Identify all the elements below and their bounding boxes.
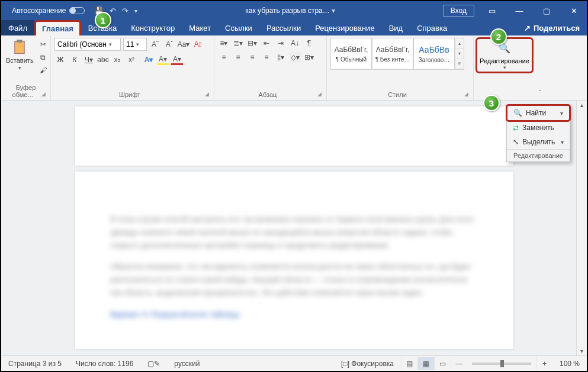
strike-icon[interactable]: abc — [97, 54, 109, 65]
maximize-icon[interactable]: ▢ — [534, 1, 560, 20]
scroll-up-icon[interactable]: ▴ — [579, 101, 584, 109]
view-print-icon[interactable]: ▦ — [417, 357, 434, 370]
group-clipboard: Вставить ▾ ✂ ⧉ 🖌 Буфер обме…◢ — [1, 35, 51, 100]
number-list-icon[interactable]: ≣▾ — [232, 38, 244, 48]
zoom-slider[interactable] — [472, 363, 531, 365]
toggle-icon[interactable] — [69, 7, 85, 14]
language-indicator[interactable]: русский — [167, 360, 207, 368]
indent-icon[interactable]: ⇥ — [275, 38, 287, 48]
page-indicator[interactable]: Страница 3 из 5 — [1, 360, 69, 368]
redo-icon[interactable]: ↷ — [122, 7, 128, 15]
borders-icon[interactable]: ⊞▾ — [303, 52, 315, 63]
title-bar: Автосохранение 💾 ↶ ↷ ▾ как убрать разрыв… — [1, 1, 587, 20]
clear-format-icon[interactable]: A⃠ — [192, 39, 204, 50]
font-family-select[interactable]: Calibri (Основн▾ — [54, 38, 121, 51]
svg-rect-0 — [15, 41, 24, 54]
format-painter-icon[interactable]: 🖌 — [37, 65, 49, 76]
outdent-icon[interactable]: ⇤ — [261, 38, 272, 48]
view-web-icon[interactable]: ▭ — [434, 357, 451, 370]
focus-mode[interactable]: [□] Фокусировка — [334, 360, 401, 368]
multilevel-list-icon[interactable]: ⊟▾ — [246, 38, 258, 48]
document-area: В этом случае способ настроить его так в… — [1, 101, 587, 355]
align-center-icon[interactable]: ≡ — [232, 52, 244, 63]
find-icon: 🔍 — [513, 109, 522, 117]
page-next[interactable]: В этом случае способ настроить его так в… — [75, 172, 513, 349]
editing-dropdown: 🔍 Найти ▾ ⇄ Заменить ⤡ Выделить ▾ Редакт… — [506, 105, 570, 162]
paragraph-label: Абзац◢ — [218, 90, 323, 100]
undo-icon[interactable]: ↶ — [110, 7, 116, 15]
zoom-level[interactable]: 100 % — [552, 360, 587, 368]
change-case-icon[interactable]: Aa▾ — [178, 39, 189, 50]
group-paragraph: ≡▾ ≣▾ ⊟▾ ⇤ ⇥ A↓ ¶ ≡ ≡ ≡ ≡ ‡▾ ◇▾ ⊞▾ Абзац… — [214, 35, 327, 100]
align-right-icon[interactable]: ≡ — [246, 52, 258, 63]
minimize-icon[interactable]: — — [506, 1, 532, 20]
blurred-text: Обратите внимание, что так варианты появ… — [111, 260, 478, 299]
editing-button[interactable]: 🔍 Редактирование ▾ — [475, 37, 534, 73]
styles-label: Стили◢ — [330, 90, 470, 100]
scroll-down-icon[interactable]: ▾ — [579, 347, 584, 355]
vertical-scrollbar[interactable]: ▴ ▾ — [576, 101, 587, 355]
paste-button[interactable]: Вставить ▾ — [5, 38, 35, 72]
view-read-icon[interactable]: ▤ — [401, 357, 417, 370]
tab-review[interactable]: Рецензирование — [308, 20, 381, 35]
shrink-font-icon[interactable]: Aˇ — [163, 39, 175, 50]
word-count[interactable]: Число слов: 1196 — [69, 360, 140, 368]
zoom-out-icon[interactable]: — — [451, 357, 467, 370]
ribbon: Вставить ▾ ✂ ⧉ 🖌 Буфер обме…◢ Calibri (О… — [1, 35, 587, 101]
bullet-list-icon[interactable]: ≡▾ — [218, 38, 230, 48]
autosave-label: Автосохранение — [12, 7, 66, 15]
collapse-ribbon-icon[interactable]: ˆ — [535, 35, 545, 100]
group-editing: 🔍 Редактирование ▾ — [474, 35, 535, 100]
close-icon[interactable]: ✕ — [561, 1, 587, 20]
zoom-in-icon[interactable]: + — [536, 357, 552, 370]
tab-layout[interactable]: Макет — [182, 20, 218, 35]
show-marks-icon[interactable]: ¶ — [303, 38, 315, 48]
page-bottom[interactable] — [75, 106, 513, 166]
highlight-icon[interactable]: A▾ — [157, 54, 169, 65]
style-heading1[interactable]: АаБбВвЗаголово… — [413, 38, 455, 70]
share-button[interactable]: ↗ Поделиться — [517, 20, 587, 35]
style-no-spacing[interactable]: АаБбВвГг,¶ Без инте… — [372, 38, 413, 70]
tab-mailings[interactable]: Рассылки — [259, 20, 308, 35]
text-effects-icon[interactable]: A▾ — [143, 54, 155, 65]
tab-file[interactable]: Файл — [1, 20, 34, 35]
tab-view[interactable]: Вид — [382, 20, 410, 35]
align-left-icon[interactable]: ≡ — [218, 52, 230, 63]
ribbon-options-icon[interactable]: ▭ — [479, 1, 505, 20]
italic-icon[interactable]: К — [69, 54, 81, 65]
tab-home[interactable]: Главная — [34, 20, 81, 35]
menu-replace[interactable]: ⇄ Заменить — [507, 121, 570, 135]
line-spacing-icon[interactable]: ‡▾ — [275, 52, 287, 63]
bold-icon[interactable]: Ж — [54, 54, 66, 65]
menu-find[interactable]: 🔍 Найти ▾ — [506, 104, 571, 122]
superscript-icon[interactable]: x² — [126, 54, 137, 65]
underline-icon[interactable]: Ч▾ — [83, 54, 95, 65]
shading-icon[interactable]: ◇▾ — [289, 52, 301, 63]
menu-select[interactable]: ⤡ Выделить ▾ — [507, 135, 570, 149]
font-color-icon[interactable]: A▾ — [171, 54, 183, 65]
autosave-toggle[interactable]: Автосохранение — [12, 7, 85, 15]
callout-1: 1 — [95, 12, 111, 28]
status-bar: Страница 3 из 5 Число слов: 1196 ▢✎ русс… — [1, 355, 587, 371]
login-button[interactable]: Вход — [443, 5, 474, 17]
document-title: как убрать разрыв стра… ▾ — [137, 7, 442, 15]
copy-icon[interactable]: ⧉ — [37, 52, 49, 63]
tab-references[interactable]: Ссылки — [218, 20, 259, 35]
replace-icon: ⇄ — [513, 124, 519, 132]
blurred-link: Вариант 4: Разрыв в/после таблицы — [111, 308, 478, 321]
tab-help[interactable]: Справка — [410, 20, 454, 35]
justify-icon[interactable]: ≡ — [261, 52, 272, 63]
menu-footer: Редактирование — [507, 149, 570, 161]
editing-label: Редактирование — [480, 57, 529, 64]
callout-3: 3 — [483, 95, 500, 111]
styles-scroll[interactable]: ▴▾≡ — [455, 38, 464, 70]
sort-icon[interactable]: A↓ — [289, 38, 301, 48]
tab-design[interactable]: Конструктор — [124, 20, 182, 35]
style-normal[interactable]: АаБбВвГг,¶ Обычный — [330, 38, 372, 70]
svg-rect-1 — [17, 40, 23, 43]
grow-font-icon[interactable]: Aˆ — [149, 39, 161, 50]
font-size-select[interactable]: 11▾ — [123, 38, 147, 51]
proofing-icon[interactable]: ▢✎ — [140, 360, 167, 368]
cut-icon[interactable]: ✂ — [37, 39, 49, 50]
subscript-icon[interactable]: x₂ — [111, 54, 123, 65]
